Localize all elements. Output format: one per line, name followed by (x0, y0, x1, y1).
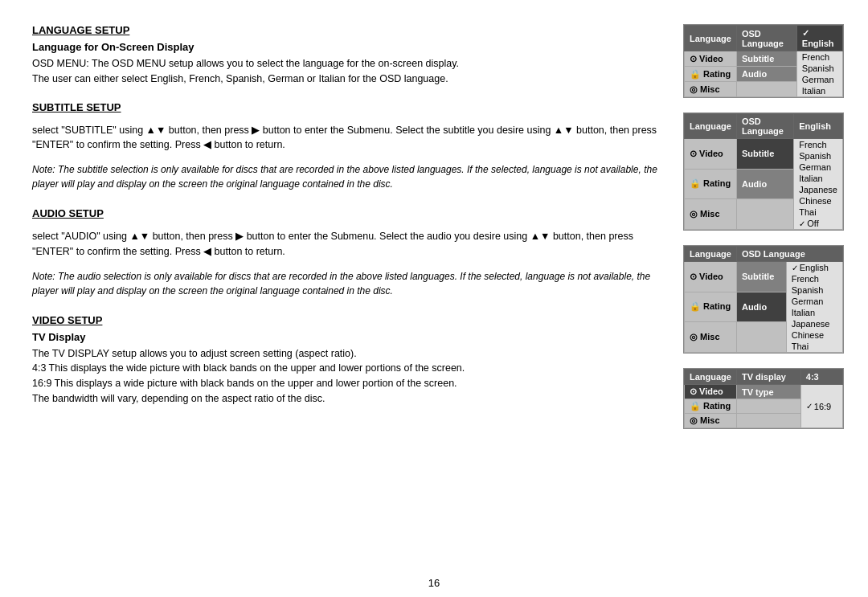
audio-label: Audio (736, 67, 796, 82)
language-osd-row1: ⊙ Video Subtitle French Spanish German I… (685, 51, 843, 67)
disc-icon-4: ⊙ (690, 386, 697, 396)
subtitle-section: SUBTITLE SETUP select "SUBTITLE" using ▲… (32, 101, 667, 198)
audio-section: AUDIO SETUP select "AUDIO" using ▲▼ butt… (32, 207, 667, 305)
disc-icon: ⊙ (690, 54, 697, 63)
video-subsection: TV Display (32, 331, 667, 343)
disc-icon-2: ⊙ (690, 149, 697, 158)
video-osd-h3: 4:3 (800, 370, 842, 385)
misc-icon-3: ◎ (690, 332, 698, 341)
subtitle-osd-panel: Language OSD Language English ⊙ Video Su… (683, 112, 844, 231)
main-content: LANGUAGE SETUP Language for On-Screen Di… (32, 24, 667, 553)
misc-icon-2: ◎ (690, 209, 698, 219)
right-panels: Language OSD Language ✓ English ⊙ Video … (683, 24, 852, 553)
language-section: LANGUAGE SETUP Language for On-Screen Di… (32, 24, 667, 92)
language-osd-header: Language OSD Language ✓ English (685, 26, 843, 51)
lock-icon-4: 🔒 (690, 401, 701, 411)
audio-note: Note: The audio selection is only availa… (32, 269, 667, 298)
audio-osd-header: Language OSD Language (685, 247, 843, 262)
subtitle-note: Note: The subtitle selection is only ava… (32, 162, 667, 191)
tvtype-label: TV type (736, 385, 800, 399)
subtitle-osd-row1: ⊙ Video Subtitle French Spanish German I… (685, 139, 843, 170)
audio-osd-h1: Language (685, 247, 737, 262)
language-body: OSD MENU: The OSD MENU setup allows you … (32, 56, 667, 87)
video-osd-header: Language TV display 4:3 (685, 370, 843, 385)
subtitle-body: select "SUBTITLE" using ▲▼ button, then … (32, 123, 667, 153)
subtitle-label-3: Subtitle (736, 262, 786, 292)
subtitle-osd-h3: English (794, 114, 843, 139)
lock-icon-3: 🔒 (690, 301, 701, 311)
video-osd-h2: TV display (736, 370, 800, 385)
language-subsection: Language for On-Screen Display (32, 41, 667, 53)
subtitle-osd-header: Language OSD Language English (685, 114, 843, 139)
disc-icon-3: ⊙ (690, 272, 697, 281)
language-osd-panel: Language OSD Language ✓ English ⊙ Video … (683, 24, 844, 98)
video-section: VIDEO SETUP TV Display The TV DISPLAY se… (32, 314, 667, 411)
audio-body: select "AUDIO" using ▲▼ button, then pre… (32, 229, 667, 260)
video-osd-row1: ⊙ Video TV type 16:9 (685, 385, 843, 399)
language-title: LANGUAGE SETUP (32, 24, 667, 36)
video-title: VIDEO SETUP (32, 314, 667, 326)
subtitle-osd-h2: OSD Language (736, 114, 793, 139)
lock-icon-2: 🔒 (690, 178, 701, 188)
audio-osd-h2: OSD Language (736, 247, 842, 262)
video-osd-h1: Language (685, 370, 737, 385)
subtitle-title: SUBTITLE SETUP (32, 101, 667, 113)
audio-osd-row1: ⊙ Video Subtitle English French Spanish … (685, 262, 843, 292)
subtitle-label: Subtitle (736, 51, 796, 67)
subtitle-label-2: Subtitle (736, 139, 793, 170)
misc-icon: ◎ (690, 84, 698, 94)
audio-label-3: Audio (736, 292, 786, 322)
page-number: 16 (428, 577, 440, 589)
audio-osd-panel: Language OSD Language ⊙ Video Subtitle E… (683, 245, 844, 354)
language-osd-h1: Language (685, 26, 737, 51)
language-osd-h2: OSD Language (736, 26, 796, 51)
language-osd-h3: ✓ English (796, 26, 842, 51)
video-body: The TV DISPLAY setup allows you to adjus… (32, 346, 667, 407)
subtitle-osd-h1: Language (685, 114, 737, 139)
misc-icon-4: ◎ (690, 415, 698, 425)
video-osd-panel: Language TV display 4:3 ⊙ Video TV type … (683, 368, 844, 429)
audio-title: AUDIO SETUP (32, 207, 667, 219)
audio-label-2: Audio (736, 169, 793, 199)
lock-icon: 🔒 (690, 69, 701, 79)
page-footer: 16 (0, 569, 868, 597)
